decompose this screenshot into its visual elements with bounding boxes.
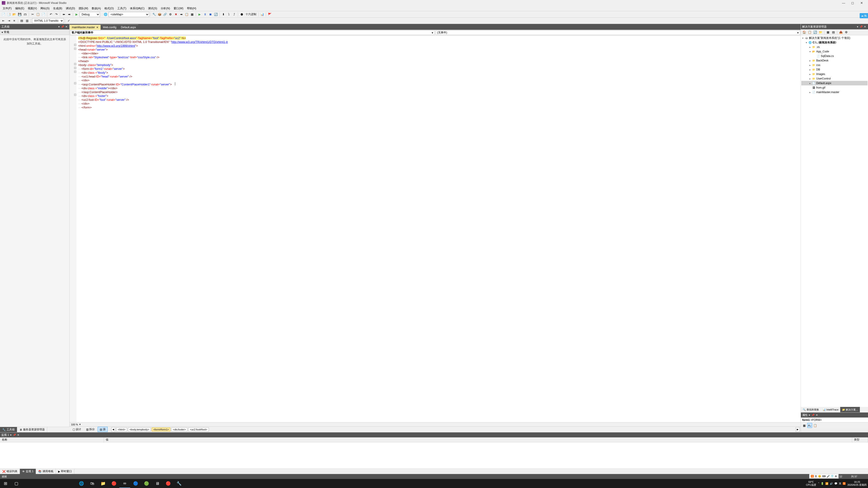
ime-skin-icon[interactable]: 👕 xyxy=(831,475,834,478)
ime-mic-icon[interactable]: 🎤 xyxy=(827,475,830,478)
dropdown-icon[interactable]: ▾ xyxy=(856,25,860,29)
tray-up-icon[interactable]: ˄ xyxy=(818,482,819,485)
col-type[interactable]: 类型 xyxy=(852,437,868,442)
clock-time[interactable]: 16:25 xyxy=(847,481,867,484)
netease-icon[interactable]: 🔴 xyxy=(163,479,174,488)
menu-edit[interactable]: 编辑(E) xyxy=(13,6,26,11)
view-code-icon[interactable]: ▦ xyxy=(826,30,831,35)
menu-team[interactable]: 团队(M) xyxy=(77,6,90,11)
hex-label[interactable]: 十六进制 xyxy=(245,12,257,16)
undo-icon[interactable]: ↶ xyxy=(49,12,53,17)
tb-icon-8[interactable]: ▦ xyxy=(190,12,195,17)
props-icon[interactable]: 📋 xyxy=(813,423,817,428)
view-designer-icon[interactable]: ▤ xyxy=(831,30,836,35)
tb-icon-7[interactable]: 📋 xyxy=(184,12,189,17)
app-icon[interactable]: 🔴 xyxy=(108,479,119,488)
menu-analyze[interactable]: 分析(N) xyxy=(159,6,172,11)
config-select[interactable]: Debug xyxy=(80,12,100,17)
properties-object[interactable]: form1 <FORM> xyxy=(801,418,868,422)
start-icon[interactable]: ▶ xyxy=(74,12,79,17)
config-icon[interactable]: ⚙ xyxy=(844,30,849,35)
tab-intellitrace[interactable]: 📊 IntelliTrace xyxy=(821,407,840,412)
tab-solution[interactable]: 📁 解决方案... xyxy=(840,407,860,412)
tab-webconfig[interactable]: Web.config xyxy=(101,25,119,30)
menu-tools[interactable]: 工具(T) xyxy=(116,6,128,11)
code-editor[interactable]: <%@·Register·Src=" /UserControl/foot.asc… xyxy=(70,36,801,422)
open-icon[interactable]: 📂 xyxy=(12,12,17,17)
close-icon[interactable]: ✕ xyxy=(16,433,20,437)
pin-icon[interactable]: 📌 xyxy=(811,413,815,417)
nest-icon[interactable]: 📁 xyxy=(818,30,823,35)
redo-icon[interactable]: ↷ xyxy=(54,12,59,17)
fold-icon[interactable]: − xyxy=(74,71,76,73)
tab-server-explorer[interactable]: 🖥 服务器资源管理器 xyxy=(17,427,47,432)
nav-fwd-icon[interactable]: ➡ xyxy=(67,12,72,17)
source-view-button[interactable]: ▤ 源 xyxy=(98,427,107,432)
add-item-icon[interactable]: 📑 xyxy=(6,12,11,17)
tree-item[interactable]: 📄SqlData.cs xyxy=(801,54,868,58)
pin-icon[interactable]: 📌 xyxy=(860,25,863,29)
ime-lang[interactable]: 英 xyxy=(815,475,817,478)
tab-watch[interactable]: 👁 监视 1 xyxy=(20,469,36,474)
tb-icon-1[interactable]: 🔧 xyxy=(152,12,157,17)
app3-icon[interactable]: 🖥 xyxy=(152,479,163,488)
vs-icon[interactable]: ∞ xyxy=(119,479,130,488)
ime-toolbar[interactable]: S 英 😊 ⌨ 🎤 👕 ⚙ xyxy=(809,474,839,479)
properties-icon[interactable]: 🏠 xyxy=(802,30,807,35)
fold-icon[interactable]: − xyxy=(74,67,76,69)
fold-icon[interactable]: − xyxy=(74,94,76,96)
path-prev-icon[interactable]: ◀ xyxy=(111,427,115,432)
refresh-icon[interactable]: 🔄 xyxy=(813,30,817,35)
cloud-sync-button[interactable]: ☁ 拖 xyxy=(860,13,868,18)
event-dropdown[interactable]: (无事件)▾ xyxy=(436,30,800,35)
cut-icon[interactable]: ✂ xyxy=(30,12,35,17)
close-button[interactable]: ✕ xyxy=(857,0,866,5)
sogou-icon[interactable]: S xyxy=(843,482,846,485)
tree-item[interactable]: ▸📁BackDesk xyxy=(801,58,868,63)
tree-item[interactable]: 🖼from.gif xyxy=(801,86,868,90)
breakpoint-icon[interactable]: ⬢ xyxy=(239,12,244,17)
close-icon[interactable]: ✕ xyxy=(863,25,867,29)
paste-icon[interactable]: 📄 xyxy=(41,12,46,17)
tab-immediate[interactable]: ▶ 即时窗口 xyxy=(56,469,74,474)
close-icon[interactable]: ✕ xyxy=(64,25,68,29)
dropdown-icon[interactable]: ▾ xyxy=(9,433,13,437)
dropdown-icon[interactable]: ▾ xyxy=(808,413,811,417)
edge-icon[interactable]: 🌐 xyxy=(76,479,87,488)
tab-errorlist[interactable]: ❌ 错误列表 xyxy=(0,469,20,474)
task-view-icon[interactable]: ▢ xyxy=(11,479,22,488)
close-icon[interactable]: ✕ xyxy=(815,413,818,417)
tree-item[interactable]: ▾📂App_Code xyxy=(801,49,868,54)
step-into-icon[interactable]: ⬇ xyxy=(221,12,226,17)
copy-icon[interactable]: 📋 xyxy=(35,12,40,17)
show-all-icon[interactable]: 📋 xyxy=(807,30,812,35)
tree-item[interactable]: ▸📁DB xyxy=(801,67,868,72)
output-icon[interactable]: 📊 xyxy=(260,12,265,17)
col-name[interactable]: 名称 xyxy=(0,437,104,442)
tb-icon-4[interactable]: ⚙ xyxy=(168,12,173,17)
split-view-button[interactable]: ▥ 拆分 xyxy=(84,427,97,432)
tree-solution-root[interactable]: ▾🗂解决方案"新闻发布系统"(1 个项目) xyxy=(801,36,868,40)
tb-icon-3[interactable]: 🔗 xyxy=(162,12,167,17)
ime-keyboard-icon[interactable]: ⌨ xyxy=(822,475,826,478)
fold-icon[interactable]: − xyxy=(74,44,76,46)
step-over-icon[interactable]: ⤵ xyxy=(226,12,231,17)
categorize-icon[interactable]: ▦ xyxy=(802,423,807,428)
path-body[interactable]: <body.tempbody> xyxy=(128,427,151,431)
menu-help[interactable]: 帮助(H) xyxy=(185,6,198,11)
tb-icon-6[interactable]: ➡ xyxy=(179,12,184,17)
ime-emoji-icon[interactable]: 😊 xyxy=(818,475,821,478)
pin-icon[interactable]: 📌 xyxy=(61,25,64,29)
pause-icon[interactable]: ⏸ xyxy=(203,12,208,17)
continue-icon[interactable]: ▶ xyxy=(197,12,202,17)
app2-icon[interactable]: 🟢 xyxy=(141,479,152,488)
tab-toolbox[interactable]: 🔧 工具箱 xyxy=(0,427,17,432)
menu-architecture[interactable]: 体系结构(C) xyxy=(128,6,147,11)
menu-website[interactable]: 网站(S) xyxy=(39,6,51,11)
menu-data[interactable]: 数据(A) xyxy=(90,6,103,11)
menu-debug[interactable]: 调试(D) xyxy=(64,6,77,11)
uncomment-icon[interactable]: ▥ xyxy=(25,18,30,23)
dropdown-icon[interactable]: ▾ xyxy=(57,25,61,29)
nav-back-icon[interactable]: ⬅ xyxy=(61,12,66,17)
tools-icon[interactable]: 🔧 xyxy=(174,479,184,488)
